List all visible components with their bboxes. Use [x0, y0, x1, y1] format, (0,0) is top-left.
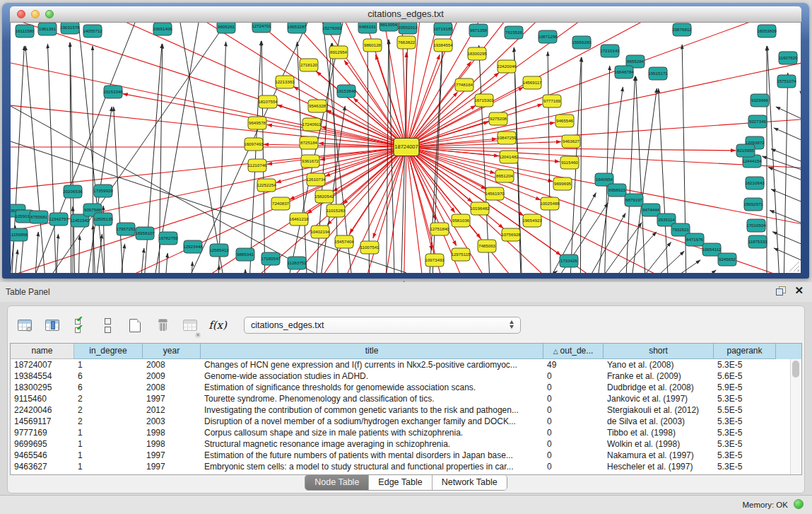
- cell-year: 2008: [143, 359, 201, 370]
- column-header-in_degree[interactable]: in_degree: [74, 344, 143, 359]
- svg-text:12585412: 12585412: [209, 247, 229, 252]
- svg-text:16097493: 16097493: [244, 141, 264, 146]
- tab-edge-table[interactable]: Edge Table: [369, 475, 432, 490]
- cell-name: 9115460: [11, 393, 74, 404]
- svg-text:17359929: 17359929: [93, 188, 113, 193]
- svg-text:15751074: 15751074: [777, 78, 796, 83]
- svg-text:9671358: 9671358: [470, 28, 488, 33]
- memory-status-label: Memory: OK: [742, 501, 788, 509]
- svg-text:6879197: 6879197: [625, 197, 643, 202]
- float-window-icon[interactable]: [776, 286, 786, 296]
- cell-in_degree: 2: [74, 416, 143, 427]
- cell-out_degree: 0: [543, 438, 604, 450]
- cell-short: Tibbo et al. (1998): [604, 427, 714, 438]
- table-row[interactable]: 969969511998Structural magnetic resonanc…: [11, 438, 801, 450]
- svg-text:17957253: 17957253: [116, 226, 136, 231]
- svg-text:18724007: 18724007: [394, 144, 418, 150]
- tab-node-table[interactable]: Node Table: [305, 475, 369, 490]
- new-table-icon[interactable]: [125, 315, 145, 336]
- svg-text:8958923: 8958923: [608, 187, 626, 192]
- vertical-scrollbar[interactable]: [790, 359, 801, 474]
- svg-text:12252254: 12252254: [257, 182, 276, 187]
- cell-in_degree: 1: [74, 450, 143, 461]
- svg-text:20206536: 20206536: [63, 189, 83, 194]
- show-column-icon[interactable]: [42, 315, 62, 336]
- cell-year: 1998: [143, 427, 201, 438]
- memory-status-indicator[interactable]: [794, 499, 804, 509]
- svg-text:1961361: 1961361: [39, 26, 57, 31]
- table-row[interactable]: 946554611997Estimation of the future num…: [11, 450, 801, 461]
- cell-short: Wolkin et al. (1998): [604, 438, 714, 450]
- column-header-title[interactable]: title: [201, 344, 543, 359]
- table-selector-dropdown[interactable]: citations_edges.txt: [244, 317, 521, 334]
- cell-in_degree: 6: [74, 382, 143, 393]
- cell-pagerank: 5.3E-5: [714, 416, 776, 427]
- network-window-titlebar[interactable]: citations_edges.txt: [10, 6, 801, 23]
- clear-selection-icon[interactable]: [98, 315, 117, 336]
- svg-text:15820542: 15820542: [314, 194, 334, 199]
- column-header-out_degree[interactable]: △out_de...: [543, 344, 604, 359]
- cell-in_degree: 2: [74, 393, 143, 404]
- cell-short: Hescheler et al. (1997): [604, 461, 714, 472]
- select-all-icon[interactable]: ✔ ✔: [70, 315, 90, 336]
- svg-text:9885341: 9885341: [237, 252, 254, 257]
- svg-text:19915171: 19915171: [648, 71, 668, 76]
- close-panel-icon[interactable]: ✕: [794, 286, 804, 296]
- cell-title: Genome-wide association studies in ADHD.: [201, 370, 543, 382]
- network-window[interactable]: citations_edges.txt 16111580196136119031…: [2, 3, 809, 279]
- svg-text:11210746: 11210746: [247, 163, 267, 168]
- svg-text:9860128: 9860128: [364, 42, 382, 47]
- svg-text:9361672: 9361672: [302, 158, 319, 163]
- svg-text:15692971: 15692971: [743, 201, 763, 206]
- svg-text:12751840: 12751840: [430, 226, 449, 231]
- svg-text:10847259: 10847259: [497, 135, 517, 140]
- function-builder-icon[interactable]: f(x): [208, 315, 228, 336]
- column-header-pagerank[interactable]: pagerank: [714, 344, 776, 359]
- cell-name: 18300295: [11, 382, 74, 393]
- svg-text:7663822: 7663822: [398, 40, 416, 45]
- table-row[interactable]: 911546021997Tourette syndrome. Phenomeno…: [11, 393, 801, 404]
- column-header-short[interactable]: short: [604, 344, 714, 359]
- minimize-window-button[interactable]: [31, 10, 40, 18]
- cell-pagerank: 5.3E-5: [714, 438, 776, 450]
- column-header-year[interactable]: year: [143, 344, 201, 359]
- network-window-title: citations_edges.txt: [10, 6, 801, 21]
- svg-text:8813054: 8813054: [380, 23, 398, 27]
- table-options-icon[interactable]: ⚙: [15, 315, 35, 336]
- table-toolbar: ⚙ ✔ ✔ ✕ f(x) citations_edges.txt: [15, 312, 521, 339]
- svg-text:11156868: 11156868: [11, 232, 28, 237]
- cell-short: Franke et al. (2009): [604, 370, 714, 382]
- svg-text:10719185: 10719185: [433, 26, 453, 31]
- table-row[interactable]: 1938455462009Genome-wide association stu…: [11, 370, 801, 382]
- scrollbar-thumb[interactable]: [792, 361, 799, 378]
- cell-year: 2003: [143, 416, 201, 427]
- cell-name: 19384554: [11, 370, 74, 382]
- table-row[interactable]: 1872400712008Changes of HCN gene express…: [11, 359, 801, 370]
- table-row[interactable]: 977716911998Corpus callosum shape and si…: [11, 427, 801, 438]
- network-canvas[interactable]: 1611158019613611903157814055712206914069…: [11, 23, 801, 273]
- svg-text:7240837: 7240837: [272, 201, 290, 206]
- svg-text:9777169: 9777169: [543, 98, 561, 103]
- cell-name: 9463627: [11, 461, 74, 472]
- table-row[interactable]: 1456911722003Disruption of a novel membe…: [11, 416, 801, 427]
- cell-title: Estimation of significance thresholds fo…: [201, 382, 543, 393]
- table-row[interactable]: 1830029562008Estimation of significance …: [11, 382, 801, 393]
- svg-text:16461218: 16461218: [289, 216, 309, 221]
- table-row[interactable]: 946362711997Embryonic stem cells: a mode…: [11, 461, 801, 472]
- cell-year: 1997: [143, 393, 201, 404]
- table-row[interactable]: 2242004622012Investigating the contribut…: [11, 404, 801, 416]
- svg-text:9474444: 9474444: [642, 207, 660, 212]
- svg-text:10196482: 10196482: [470, 206, 490, 211]
- network-graph[interactable]: 1611158019613611903157814055712206914069…: [11, 23, 801, 273]
- column-header-name[interactable]: name: [11, 344, 74, 359]
- svg-text:20876812: 20876812: [672, 27, 692, 32]
- cell-year: 2008: [143, 382, 201, 393]
- cell-pagerank: 5.5E-5: [714, 404, 776, 416]
- close-window-button[interactable]: [17, 10, 25, 18]
- tab-network-table[interactable]: Network Table: [433, 475, 507, 490]
- zoom-window-button[interactable]: [45, 10, 54, 18]
- delete-icon[interactable]: [153, 315, 172, 336]
- svg-text:10025488: 10025488: [540, 201, 560, 206]
- svg-text:10871296: 10871296: [538, 34, 558, 39]
- svg-text:9605261: 9605261: [218, 24, 235, 29]
